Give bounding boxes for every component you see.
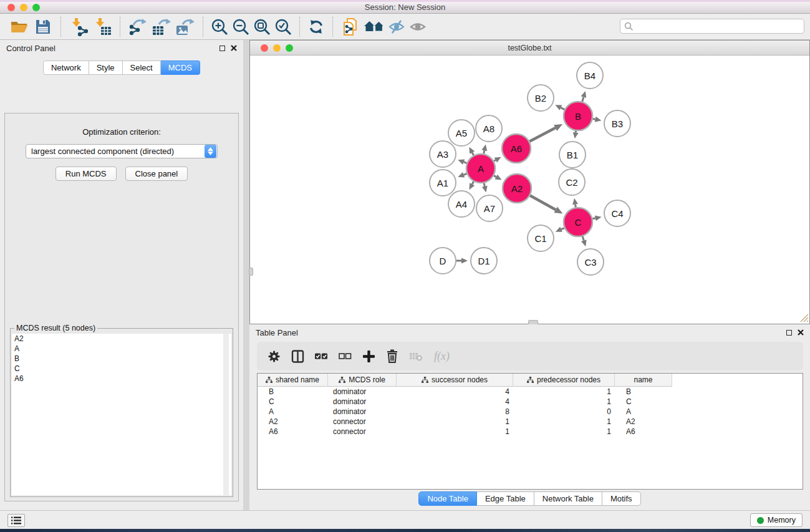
table-row[interactable]: A6connector11A6 xyxy=(258,427,803,437)
network-canvas[interactable]: B4B2BB3B1A5A8A6A3AA1A2A4A7C2C4CC1C3DD1 xyxy=(250,56,809,323)
delete-column-button[interactable] xyxy=(382,347,403,365)
task-history-button[interactable] xyxy=(7,514,25,527)
run-mcds-button[interactable]: Run MCDS xyxy=(55,167,117,181)
node-table: shared nameMCDS rolesuccessor nodesprede… xyxy=(257,373,803,490)
zoom-fit-button[interactable] xyxy=(251,16,272,37)
tab-network[interactable]: Network xyxy=(43,60,89,75)
mcds-result-item[interactable]: A2 xyxy=(12,334,231,344)
unselect-all-columns-button[interactable] xyxy=(334,347,355,365)
tab-motifs[interactable]: Motifs xyxy=(602,491,641,506)
graph-edge[interactable] xyxy=(484,183,485,186)
criterion-select[interactable]: largest connected component (directed) xyxy=(26,144,218,158)
graph-edge[interactable] xyxy=(592,218,595,219)
graph-edge-arrowhead xyxy=(595,215,602,221)
maximize-window-button[interactable] xyxy=(32,4,40,11)
table-row[interactable]: Adominator80A xyxy=(258,407,803,417)
float-table-panel-icon[interactable] xyxy=(786,330,792,336)
show-columns-button[interactable] xyxy=(287,347,308,365)
maximize-network-window-button[interactable] xyxy=(286,44,293,52)
graph-edge[interactable] xyxy=(576,205,576,208)
graph-edge[interactable] xyxy=(530,196,556,210)
graph-node-label: A8 xyxy=(483,123,494,134)
graph-edge[interactable] xyxy=(561,108,564,110)
vertical-splitter-handle[interactable] xyxy=(249,268,253,276)
close-panel-button[interactable]: Close panel xyxy=(125,167,188,181)
search-field[interactable] xyxy=(620,19,804,34)
zoom-out-button[interactable] xyxy=(230,16,251,37)
column-header-predecessor-nodes[interactable]: predecessor nodes xyxy=(513,374,615,387)
select-stepper-icon xyxy=(205,145,216,158)
graph-edge[interactable] xyxy=(464,173,467,175)
graph-edge[interactable] xyxy=(472,181,473,184)
graph-edge[interactable] xyxy=(582,236,584,241)
close-table-panel-icon[interactable] xyxy=(798,329,804,336)
export-image-button[interactable] xyxy=(173,16,197,37)
mcds-result-item[interactable]: C xyxy=(12,364,231,374)
table-options-button[interactable] xyxy=(263,347,284,365)
export-network-button[interactable] xyxy=(126,16,150,37)
minimize-network-window-button[interactable] xyxy=(273,44,281,52)
import-network-button[interactable] xyxy=(67,16,90,37)
open-session-button[interactable] xyxy=(7,16,31,37)
mcds-result-item[interactable]: B xyxy=(12,354,231,364)
mcds-result-item[interactable]: A xyxy=(12,344,231,354)
table-cell: 0 xyxy=(513,407,615,417)
table-toolbar: f(x) xyxy=(257,342,803,370)
delete-table-icon xyxy=(409,350,423,362)
import-table-button[interactable] xyxy=(90,16,114,37)
close-window-button[interactable] xyxy=(7,4,15,11)
create-column-button[interactable] xyxy=(358,347,379,365)
column-label: name xyxy=(634,375,652,384)
graph-edge[interactable] xyxy=(464,162,467,163)
graph-edge[interactable] xyxy=(593,118,595,119)
table-cell: A2 xyxy=(615,417,672,427)
delete-table-button[interactable] xyxy=(405,347,427,365)
column-header-successor-nodes[interactable]: successor nodes xyxy=(397,374,513,387)
close-panel-icon[interactable] xyxy=(231,45,237,51)
graph-edge[interactable] xyxy=(582,97,584,102)
graph-edge[interactable] xyxy=(494,160,496,162)
search-input[interactable] xyxy=(634,21,804,32)
tab-node-table[interactable]: Node Table xyxy=(418,491,477,506)
column-header-name[interactable]: name xyxy=(615,374,672,387)
tab-mcds[interactable]: MCDS xyxy=(161,60,200,75)
float-panel-icon[interactable] xyxy=(219,46,225,51)
column-header-MCDS-role[interactable]: MCDS role xyxy=(328,374,397,387)
function-builder-button[interactable]: f(x) xyxy=(429,347,453,365)
hide-panels-button[interactable] xyxy=(386,16,407,37)
tab-select[interactable]: Select xyxy=(123,60,161,75)
tab-style[interactable]: Style xyxy=(89,60,123,75)
checked-boxes-icon xyxy=(314,350,328,362)
table-row[interactable]: A2connector11A2 xyxy=(258,417,803,427)
zoom-selected-button[interactable] xyxy=(272,16,294,37)
table-cell: A xyxy=(615,407,672,417)
minimize-window-button[interactable] xyxy=(20,4,27,11)
select-all-columns-button[interactable] xyxy=(311,347,332,365)
mcds-result-item[interactable]: A6 xyxy=(12,374,231,384)
graph-edge[interactable] xyxy=(561,228,564,230)
tab-network-table[interactable]: Network Table xyxy=(534,491,602,506)
tab-edge-table[interactable]: Edge Table xyxy=(477,491,534,506)
resize-grip-icon[interactable] xyxy=(797,311,809,323)
graph-edge[interactable] xyxy=(494,176,496,177)
clone-network-button[interactable] xyxy=(339,16,362,37)
column-header-shared-name[interactable]: shared name xyxy=(258,374,328,387)
table-row[interactable]: Cdominator41C xyxy=(258,397,803,407)
result-scrollbar[interactable] xyxy=(223,334,229,495)
show-panels-button[interactable] xyxy=(407,16,428,37)
close-network-window-button[interactable] xyxy=(261,44,268,52)
save-session-button[interactable] xyxy=(31,16,55,37)
table-row[interactable]: Bdominator41B xyxy=(258,387,803,397)
table-cell: A6 xyxy=(615,427,672,437)
zoom-in-button[interactable] xyxy=(209,16,230,37)
graph-edge-arrowhead xyxy=(581,91,587,98)
table-panel-tabs: Node TableEdge TableNetwork TableMotifs xyxy=(249,491,810,506)
nested-networks-button[interactable] xyxy=(362,16,386,37)
graph-edge[interactable] xyxy=(472,153,473,155)
toolbar-separator xyxy=(299,17,300,37)
graph-edge[interactable] xyxy=(484,150,485,153)
refresh-view-button[interactable] xyxy=(306,16,327,37)
export-table-button[interactable] xyxy=(150,16,173,37)
graph-edge[interactable] xyxy=(529,128,555,142)
memory-button[interactable]: Memory xyxy=(750,513,803,527)
